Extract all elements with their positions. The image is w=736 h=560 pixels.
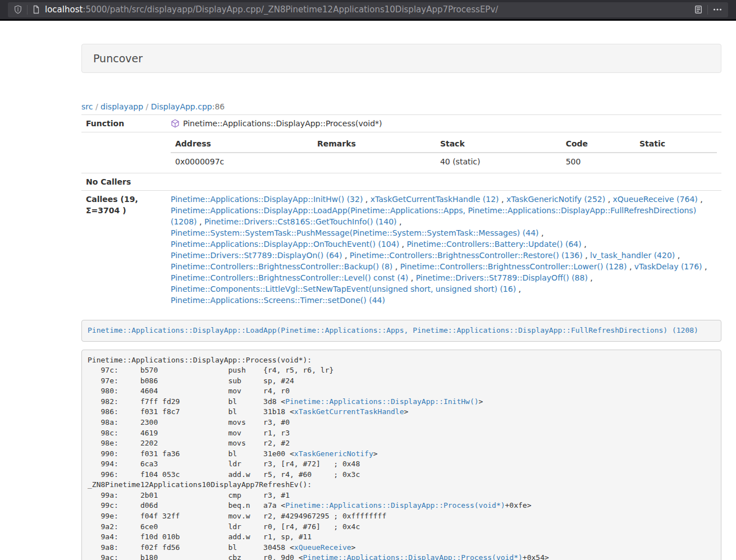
callee-link[interactable]: xQueueReceive (764) (613, 195, 698, 204)
callee-separator: , (583, 251, 590, 260)
callee-separator: , (605, 195, 612, 204)
callee-separator: , (627, 262, 634, 271)
kebab-menu-icon[interactable] (712, 5, 723, 14)
urlbar-divider (27, 5, 28, 15)
cell-static (635, 153, 717, 170)
callee-link[interactable]: Pinetime::Controllers::BrightnessControl… (171, 262, 392, 271)
callee-separator: , (539, 228, 544, 237)
table-row: No Callers (81, 173, 721, 191)
loadapp-snippet-box: Pinetime::Applications::DisplayApp::Load… (81, 320, 721, 342)
breadcrumb-link[interactable]: src (81, 102, 93, 111)
callee-link[interactable]: Pinetime::Drivers::St7789::DisplayOn() (… (171, 251, 342, 260)
callee-separator: , (399, 240, 406, 249)
callee-separator: , (588, 273, 593, 282)
puncover-page: Puncover src / displayapp / DisplayApp.c… (0, 21, 736, 560)
callee-separator: , (675, 251, 680, 260)
callee-link[interactable]: lv_task_handler (420) (590, 251, 675, 260)
assembly-listing: Pinetime::Applications::DisplayApp::Proc… (81, 350, 721, 560)
loadapp-snippet-link[interactable]: Pinetime::Applications::DisplayApp::Load… (88, 326, 698, 334)
url-bar[interactable]: localhost:5000/path/src/displayapp/Displ… (8, 2, 728, 17)
app-title-link[interactable]: Puncover (93, 52, 143, 65)
callee-link[interactable]: Pinetime::Controllers::BrightnessControl… (350, 251, 583, 260)
table-row: Function Pinetime::Applications::Display… (81, 115, 721, 132)
callee-link[interactable]: Pinetime::Controllers::Battery::Update()… (406, 240, 581, 249)
browser-toolbar: localhost:5000/path/src/displayapp/Displ… (0, 0, 736, 19)
asm-symbol-link[interactable]: Pinetime::Applications::DisplayApp::Init… (285, 397, 478, 406)
callee-separator: , (698, 195, 703, 204)
asm-symbol-link[interactable]: xTaskGenericNotify (294, 449, 373, 458)
page-icon[interactable] (32, 5, 40, 14)
cell-address: 0x0000097c (171, 153, 313, 170)
function-name: Pinetime::Applications::DisplayApp::Proc… (183, 119, 382, 128)
cell-remarks (313, 153, 436, 170)
callee-separator: , (582, 240, 587, 249)
table-header-row: Address Remarks Stack Code Static (171, 135, 717, 153)
reader-view-icon[interactable] (694, 5, 703, 14)
shield-icon[interactable] (13, 5, 22, 14)
url-host: localhost (45, 4, 83, 15)
callee-separator: , (516, 284, 521, 293)
callee-link[interactable]: Pinetime::Applications::DisplayApp::OnTo… (171, 240, 399, 249)
callee-link[interactable]: xTaskGenericNotify (252) (506, 195, 605, 204)
function-cube-icon (171, 119, 180, 128)
callee-separator: , (702, 262, 707, 271)
cell-code: 500 (561, 153, 635, 170)
col-remarks: Remarks (313, 135, 436, 153)
breadcrumb-separator: / (93, 102, 100, 111)
no-callers-label: No Callers (81, 173, 166, 191)
callee-link[interactable]: Pinetime::Applications::Screens::Timer::… (171, 296, 385, 305)
asm-symbol-link[interactable]: xQueueReceive (294, 543, 351, 552)
callee-separator: , (408, 273, 415, 282)
callee-link[interactable]: vTaskDelay (176) (634, 262, 702, 271)
url-text[interactable]: localhost:5000/path/src/displayapp/Displ… (45, 4, 688, 15)
breadcrumb: src / displayapp / DisplayApp.cpp:86 (81, 102, 721, 111)
function-stats-table: Address Remarks Stack Code Static 0x0000… (171, 135, 717, 170)
cell-stack: 40 (static) (436, 153, 561, 170)
col-stack: Stack (436, 135, 561, 153)
asm-symbol-link[interactable]: Pinetime::Applications::DisplayApp::Proc… (285, 501, 505, 509)
urlbar-divider (707, 5, 708, 15)
breadcrumb-link[interactable]: displayapp (100, 102, 143, 111)
callee-separator: , (197, 217, 204, 226)
col-address: Address (171, 135, 313, 153)
function-table: Function Pinetime::Applications::Display… (81, 114, 721, 309)
callee-separator: , (397, 217, 402, 226)
breadcrumb-link[interactable]: DisplayApp.cpp (151, 102, 212, 111)
table-row: 0x0000097c 40 (static) 500 (171, 153, 717, 170)
callee-link[interactable]: Pinetime::Drivers::Cst816S::GetTouchInfo… (204, 217, 397, 226)
callee-separator: , (499, 195, 506, 204)
callee-link[interactable]: xTaskGetCurrentTaskHandle (12) (371, 195, 499, 204)
callee-link[interactable]: Pinetime::Applications::DisplayApp::Init… (171, 195, 363, 204)
callee-link[interactable]: Pinetime::Controllers::BrightnessControl… (171, 273, 408, 282)
callee-separator: , (363, 195, 370, 204)
callee-link[interactable]: Pinetime::System::SystemTask::PushMessag… (171, 228, 539, 237)
col-static: Static (635, 135, 717, 153)
app-title-panel: Puncover (81, 44, 721, 73)
callee-link[interactable]: Pinetime::Controllers::BrightnessControl… (400, 262, 627, 271)
breadcrumb-separator: / (143, 102, 151, 111)
col-code: Code (561, 135, 635, 153)
callee-link[interactable]: Pinetime::Drivers::St7789::DisplayOff() … (416, 273, 588, 282)
function-label: Function (81, 115, 166, 132)
table-row: Callees (19, Σ=3704 ) Pinetime::Applicat… (81, 191, 721, 309)
breadcrumb-line-number: :86 (212, 102, 225, 111)
callee-separator: , (342, 251, 349, 260)
callee-link[interactable]: Pinetime::Components::LittleVgl::SetNewT… (171, 284, 516, 293)
callees-list: Pinetime::Applications::DisplayApp::Init… (166, 191, 721, 309)
url-path: :5000/path/src/displayapp/DisplayApp.cpp… (83, 4, 498, 15)
asm-symbol-link[interactable]: Pinetime::Applications::DisplayApp::Proc… (303, 553, 523, 560)
callee-separator: , (392, 262, 400, 271)
asm-symbol-link[interactable]: xTaskGetCurrentTaskHandle (294, 407, 404, 416)
callees-label: Callees (19, Σ=3704 ) (81, 191, 166, 309)
table-row: Address Remarks Stack Code Static 0x0000… (81, 132, 721, 173)
